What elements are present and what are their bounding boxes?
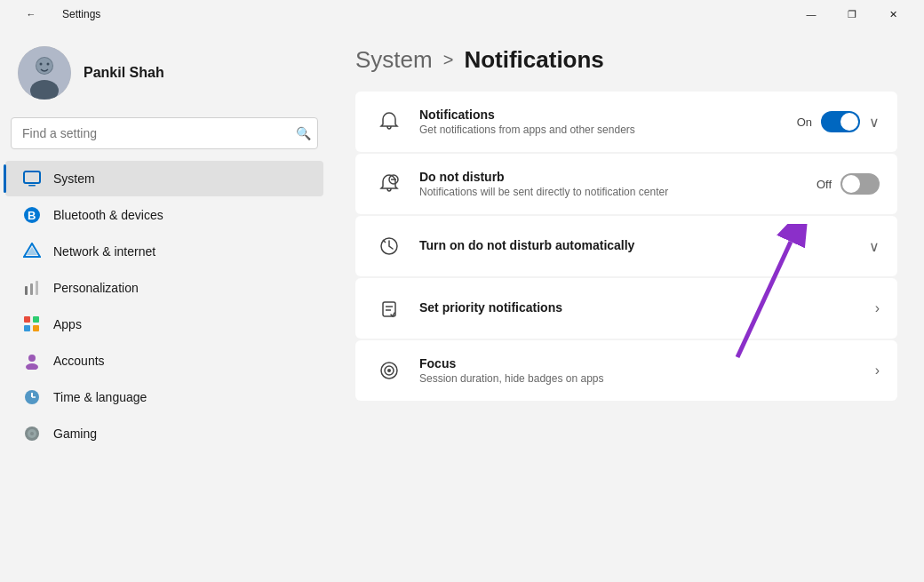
priority-notifications-card[interactable]: Set priority notifications › — [355, 278, 897, 339]
sidebar-item-time-label: Time & language — [53, 390, 147, 404]
notifications-toggle[interactable] — [821, 111, 860, 132]
network-icon — [23, 243, 41, 260]
breadcrumb-parent[interactable]: System — [355, 46, 433, 74]
dnd-card-text: Do not disturb Notifications will be sen… — [419, 170, 802, 198]
focus-card[interactable]: Focus Session duration, hide badges on a… — [355, 340, 897, 401]
priority-card-text: Set priority notifications — [419, 300, 861, 316]
sidebar-item-system-label: System — [53, 171, 95, 186]
back-button[interactable]: ← — [11, 0, 52, 28]
breadcrumb-separator: > — [443, 50, 454, 70]
notifications-card-text: Notifications Get notifications from app… — [419, 108, 783, 136]
bluetooth-icon: B — [23, 206, 41, 224]
dnd-status: Off — [816, 178, 832, 191]
window-controls: — ❐ ✕ — [791, 0, 913, 28]
svg-rect-17 — [24, 325, 30, 331]
dnd-card[interactable]: Do not disturb Notifications will be sen… — [355, 154, 897, 214]
svg-rect-13 — [30, 283, 33, 295]
sidebar-item-network[interactable]: Network & internet — [5, 234, 323, 269]
user-name-label: Pankil Shah — [84, 65, 164, 81]
nav-list: System B Bluetooth & devices — [0, 160, 329, 582]
svg-point-20 — [26, 363, 38, 370]
dnd-title: Do not disturb — [419, 170, 802, 184]
breadcrumb-current: Notifications — [464, 46, 603, 74]
focus-subtitle: Session duration, hide badges on apps — [419, 372, 861, 385]
svg-point-35 — [387, 369, 391, 372]
svg-rect-6 — [24, 171, 40, 183]
priority-card-right: › — [875, 300, 880, 316]
sidebar-item-gaming[interactable]: Gaming — [5, 416, 323, 451]
sidebar-item-accounts[interactable]: Accounts — [5, 343, 323, 379]
turn-on-dnd-title: Turn on do not disturb automatically — [419, 238, 855, 252]
title-bar: ← Settings — ❐ ✕ — [0, 0, 924, 28]
svg-rect-14 — [36, 281, 38, 295]
notifications-card-right: On ∨ — [797, 111, 880, 132]
sidebar-item-time[interactable]: Time & language — [5, 379, 323, 415]
svg-rect-7 — [28, 185, 36, 187]
svg-point-5 — [47, 63, 50, 66]
notifications-toggle-thumb — [840, 113, 858, 131]
search-input[interactable] — [11, 117, 318, 149]
svg-point-26 — [30, 432, 34, 435]
sidebar-item-system[interactable]: System — [5, 161, 323, 196]
priority-title: Set priority notifications — [419, 300, 861, 315]
sidebar-item-apps-label: Apps — [53, 317, 82, 331]
avatar — [18, 46, 71, 100]
search-box: 🔍 — [11, 117, 318, 149]
app-title: Settings — [62, 8, 100, 20]
sidebar-item-bluetooth-label: Bluetooth & devices — [53, 208, 163, 222]
sidebar-item-personalization[interactable]: Personalization — [5, 270, 323, 306]
priority-chevron-right-icon[interactable]: › — [875, 300, 880, 316]
page-header: System > Notifications — [355, 46, 897, 74]
bell-icon — [373, 106, 405, 138]
turn-on-dnd-icon — [373, 230, 405, 262]
close-button[interactable]: ✕ — [872, 0, 913, 28]
focus-card-text: Focus Session duration, hide badges on a… — [419, 356, 861, 385]
sidebar: Pankil Shah 🔍 System — [0, 28, 329, 582]
app-container: Pankil Shah 🔍 System — [0, 28, 924, 582]
dnd-toggle-thumb — [842, 175, 860, 193]
notifications-chevron-down-icon[interactable]: ∨ — [869, 114, 880, 131]
notifications-status: On — [797, 116, 812, 129]
svg-rect-18 — [33, 325, 39, 331]
main-content: System > Notifications Notifications — [329, 28, 924, 419]
sidebar-item-gaming-label: Gaming — [53, 427, 97, 441]
notifications-card[interactable]: Notifications Get notifications from app… — [355, 92, 897, 152]
svg-point-4 — [40, 63, 43, 66]
system-icon — [23, 170, 41, 187]
search-icon[interactable]: 🔍 — [296, 126, 311, 140]
accounts-icon — [23, 352, 41, 370]
dnd-toggle[interactable] — [840, 173, 880, 195]
maximize-button[interactable]: ❐ — [832, 0, 872, 28]
personalization-icon — [23, 279, 41, 297]
focus-title: Focus — [419, 356, 861, 371]
settings-cards: Notifications Get notifications from app… — [355, 92, 897, 401]
user-profile[interactable]: Pankil Shah — [0, 28, 329, 114]
main-content-wrapper: System > Notifications Notifications — [329, 28, 924, 582]
svg-rect-12 — [25, 286, 28, 295]
svg-text:B: B — [28, 209, 36, 222]
priority-icon — [373, 292, 405, 324]
sidebar-item-accounts-label: Accounts — [53, 354, 105, 368]
minimize-button[interactable]: — — [791, 0, 832, 28]
apps-icon — [23, 315, 41, 333]
turn-on-dnd-card-text: Turn on do not disturb automatically — [419, 238, 855, 254]
notifications-title: Notifications — [419, 108, 783, 122]
svg-rect-15 — [24, 316, 30, 323]
dnd-card-right: Off — [816, 173, 880, 195]
gaming-icon — [23, 425, 41, 442]
notifications-subtitle: Get notifications from apps and other se… — [419, 124, 783, 136]
svg-rect-16 — [33, 316, 39, 323]
dnd-icon — [373, 168, 405, 200]
turn-on-dnd-card-right: ∨ — [869, 238, 880, 255]
dnd-subtitle: Notifications will be sent directly to n… — [419, 186, 802, 198]
svg-point-19 — [28, 355, 36, 362]
time-icon — [23, 388, 41, 406]
focus-chevron-right-icon[interactable]: › — [875, 363, 880, 379]
sidebar-item-personalization-label: Personalization — [53, 281, 139, 295]
sidebar-item-apps[interactable]: Apps — [5, 307, 323, 342]
sidebar-item-network-label: Network & internet — [53, 244, 155, 259]
turn-on-dnd-card[interactable]: Turn on do not disturb automatically ∨ — [355, 216, 897, 276]
turn-on-dnd-chevron-down-icon[interactable]: ∨ — [869, 238, 880, 255]
sidebar-item-bluetooth[interactable]: B Bluetooth & devices — [5, 197, 323, 233]
focus-icon — [373, 355, 405, 387]
